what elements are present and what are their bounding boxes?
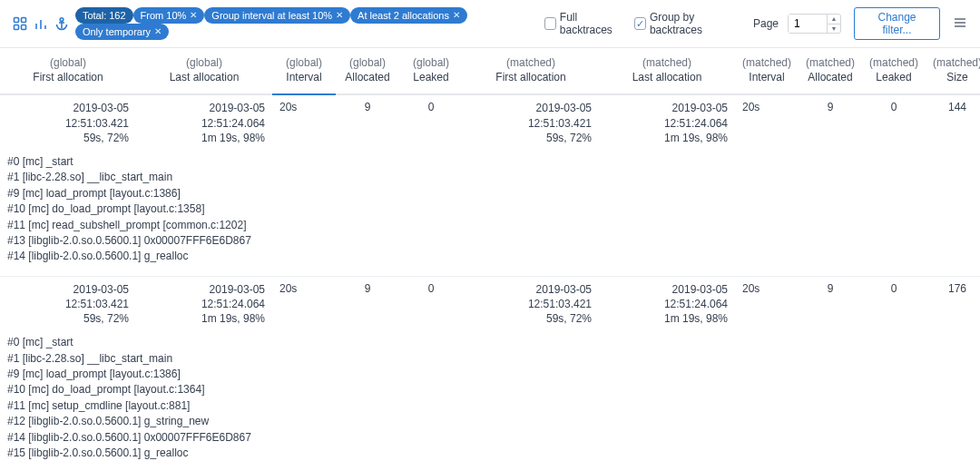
stack-frame: #15 [libglib-2.0.so.0.5600.1] g_realloc [7, 446, 980, 461]
table-row[interactable]: 2019-03-05 12:51:03.42159s, 72%2019-03-0… [0, 277, 980, 332]
column-header-name: Last allocation [142, 70, 267, 84]
value-cell: 0 [399, 94, 463, 151]
timestamp-cell: 2019-03-05 12:51:24.0641m 19s, 98% [136, 277, 272, 332]
anchor-icon[interactable] [54, 15, 70, 32]
column-header-group: (matched) [867, 55, 920, 70]
column-header-name: Allocated [341, 70, 394, 84]
backtrace-frames: #0 [mc] _start#1 [libc-2.28.so] __libc_s… [7, 154, 980, 265]
svg-point-7 [61, 18, 64, 22]
stack-frame: #14 [libglib-2.0.so.0.5600.1] g_realloc [7, 249, 980, 264]
filter-pill-label: Only temporary [83, 25, 151, 38]
column-header-m_last[interactable]: (matched)Last allocation [599, 48, 735, 94]
checkbox-label: Full backtraces [560, 11, 629, 36]
column-header-m_alloc[interactable]: (matched)Allocated [799, 48, 862, 94]
column-header-m_first[interactable]: (matched)First allocation [463, 48, 599, 94]
group-by-backtraces-checkbox[interactable]: ✓ Group by backtraces [634, 11, 744, 36]
stack-frame: #0 [mc] _start [7, 335, 980, 350]
timestamp-cell: 2019-03-05 12:51:03.42159s, 72% [463, 94, 599, 151]
stack-frame: #11 [mc] setup_cmdline [layout.c:881] [7, 398, 980, 414]
column-header-g_first[interactable]: (global)First allocation [0, 48, 136, 94]
column-header-group: (global) [142, 55, 267, 70]
close-icon[interactable]: ✕ [336, 9, 343, 22]
backtrace-row: #0 [mc] _start#1 [libc-2.28.so] __libc_s… [0, 331, 980, 461]
value-cell: 9 [799, 94, 862, 151]
value-cell: 9 [336, 94, 399, 151]
column-header-group: (matched) [468, 55, 593, 70]
value-cell: 9 [336, 277, 399, 332]
grid-view-icon[interactable] [13, 15, 28, 32]
change-filter-button[interactable]: Change filter... [854, 7, 940, 40]
table-header-row: (global)First allocation(global)Last all… [0, 48, 980, 94]
column-header-m_size[interactable]: (matched)Size [926, 48, 980, 94]
page-input-field[interactable] [789, 15, 827, 33]
backtrace-frames: #0 [mc] _start#1 [libc-2.28.so] __libc_s… [7, 335, 980, 461]
filter-pill[interactable]: At least 2 allocations✕ [350, 7, 467, 24]
column-header-name: Size [931, 70, 980, 84]
column-header-group: (matched) [740, 55, 793, 70]
column-header-name: First allocation [468, 70, 593, 84]
column-header-g_alloc[interactable]: (global)Allocated [336, 48, 399, 94]
close-icon[interactable]: ✕ [154, 25, 162, 38]
filter-pill[interactable]: Group interval at least 10%✕ [204, 7, 350, 24]
page-step-down[interactable]: ▼ [828, 25, 840, 34]
toolbar: Total: 162From 10%✕Group interval at lea… [0, 0, 980, 48]
table-row[interactable]: 2019-03-05 12:51:03.42159s, 72%2019-03-0… [0, 94, 980, 151]
stack-frame: #12 [libglib-2.0.so.0.5600.1] g_string_n… [7, 414, 980, 429]
filter-pill: Total: 162 [75, 7, 133, 24]
stack-frame: #0 [mc] _start [7, 154, 980, 170]
full-backtraces-checkbox[interactable]: Full backtraces [544, 11, 629, 36]
timestamp-cell: 2019-03-05 12:51:24.0641m 19s, 98% [136, 94, 272, 151]
page-step-up[interactable]: ▲ [828, 15, 840, 25]
column-header-name: Last allocation [604, 70, 730, 84]
checkbox-box [544, 17, 556, 30]
column-header-name: Interval [740, 70, 793, 84]
value-cell: 20s [272, 94, 336, 151]
stack-frame: #9 [mc] load_prompt [layout.c:1386] [7, 186, 980, 201]
timestamp-cell: 2019-03-05 12:51:24.0641m 19s, 98% [599, 94, 735, 151]
value-cell: 0 [862, 277, 926, 332]
backtrace-row: #0 [mc] _start#1 [libc-2.28.so] __libc_s… [0, 151, 980, 276]
column-header-group: (global) [341, 55, 394, 70]
hamburger-menu-icon[interactable] [953, 15, 967, 33]
filter-pill[interactable]: From 10%✕ [133, 7, 205, 24]
value-cell: 176 [926, 277, 980, 332]
allocations-table: (global)First allocation(global)Last all… [0, 48, 980, 461]
stack-frame: #1 [libc-2.28.so] __libc_start_main [7, 170, 980, 185]
filter-pill-label: At least 2 allocations [358, 9, 449, 22]
checkbox-box: ✓ [634, 17, 646, 30]
column-header-g_leak[interactable]: (global)Leaked [399, 48, 463, 94]
stack-frame: #1 [libc-2.28.so] __libc_start_main [7, 351, 980, 367]
column-header-m_leak[interactable]: (matched)Leaked [862, 48, 926, 94]
column-header-group: (global) [278, 55, 330, 70]
close-icon[interactable]: ✕ [190, 9, 197, 22]
column-header-group: (global) [5, 55, 131, 70]
stack-frame: #10 [mc] do_load_prompt [layout.c:1358] [7, 201, 980, 217]
column-header-name: First allocation [5, 70, 131, 84]
stack-frame: #9 [mc] load_prompt [layout.c:1386] [7, 367, 980, 382]
column-header-group: (global) [405, 55, 457, 70]
column-header-g_last[interactable]: (global)Last allocation [136, 48, 272, 94]
filter-pills: Total: 162From 10%✕Group interval at lea… [75, 7, 534, 40]
svg-rect-1 [22, 18, 26, 23]
stack-frame: #13 [libglib-2.0.so.0.5600.1] 0x00007FFF… [7, 233, 980, 249]
page-label: Page [753, 17, 779, 30]
value-cell: 20s [272, 277, 336, 332]
svg-rect-0 [15, 18, 19, 23]
svg-rect-3 [22, 25, 26, 30]
column-header-name: Leaked [405, 70, 457, 84]
filter-pill[interactable]: Only temporary✕ [75, 24, 169, 40]
column-header-group: (matched) [804, 55, 857, 70]
checkbox-label: Group by backtraces [650, 11, 744, 36]
value-cell: 144 [926, 94, 980, 151]
page-number-input[interactable]: ▲ ▼ [788, 14, 841, 34]
bar-chart-icon[interactable] [34, 15, 49, 32]
svg-rect-2 [15, 25, 19, 30]
stack-frame: #14 [libglib-2.0.so.0.5600.1] 0x00007FFF… [7, 430, 980, 446]
column-header-m_interval[interactable]: (matched)Interval [735, 48, 799, 94]
timestamp-cell: 2019-03-05 12:51:24.0641m 19s, 98% [599, 277, 735, 332]
close-icon[interactable]: ✕ [453, 9, 460, 22]
value-cell: 20s [735, 94, 799, 151]
column-header-g_interval[interactable]: (global)Interval [272, 48, 336, 94]
timestamp-cell: 2019-03-05 12:51:03.42159s, 72% [0, 94, 136, 151]
column-header-group: (matched) [931, 55, 980, 70]
